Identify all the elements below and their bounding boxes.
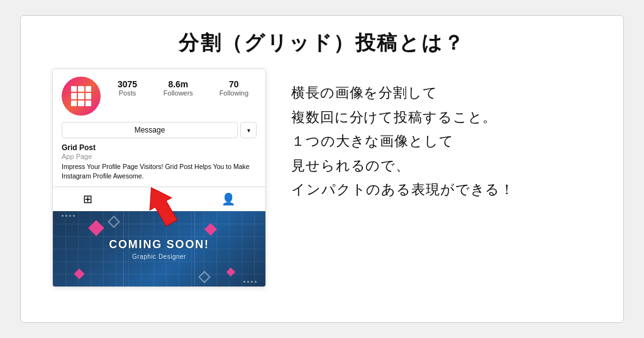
avatar-grid-icon: [71, 86, 91, 106]
main-card: 分割（グリッド）投稿とは？: [20, 15, 624, 323]
ig-stat-posts: 3075 Posts: [118, 79, 137, 97]
ig-category: App Page: [62, 153, 257, 160]
ig-action-buttons: Message ▾: [62, 122, 257, 138]
page-title: 分割（グリッド）投稿とは？: [21, 16, 623, 68]
ig-stats: 3075 Posts 8.6m Followers 70 Following: [109, 77, 257, 97]
ig-username: Grid Post: [62, 143, 257, 152]
tagged-tab-icon[interactable]: 👤: [221, 192, 235, 206]
video-tab-icon[interactable]: ▶: [152, 192, 161, 206]
description-area: 横長の画像を分割して 複数回に分けて投稿すること。 １つの大きな画像として 見せ…: [291, 68, 598, 202]
ig-profile-section: 3075 Posts 8.6m Followers 70 Following: [53, 69, 265, 180]
ig-stat-following: 70 Following: [219, 79, 248, 97]
instagram-mockup: 3075 Posts 8.6m Followers 70 Following: [52, 68, 266, 287]
followers-count: 8.6m: [168, 79, 188, 89]
ig-tabs: ⊞ ▶ 👤: [53, 187, 265, 211]
description-text: 横長の画像を分割して 複数回に分けて投稿すること。 １つの大きな画像として 見せ…: [291, 81, 514, 202]
posts-label: Posts: [119, 89, 136, 97]
coming-soon-banner: COMING SOON! Graphic Designer: [53, 211, 265, 286]
ig-card: 3075 Posts 8.6m Followers 70 Following: [52, 68, 266, 287]
coming-soon-text: COMING SOON!: [109, 238, 209, 251]
chevron-button[interactable]: ▾: [240, 122, 257, 138]
content-area: 3075 Posts 8.6m Followers 70 Following: [21, 68, 623, 322]
message-button[interactable]: Message: [62, 122, 238, 138]
ig-top-row: 3075 Posts 8.6m Followers 70 Following: [62, 77, 257, 116]
following-count: 70: [229, 79, 239, 89]
coming-soon-subtitle: Graphic Designer: [132, 253, 186, 260]
following-label: Following: [219, 89, 248, 97]
avatar: [62, 77, 101, 116]
grid-tab-icon[interactable]: ⊞: [83, 192, 92, 206]
posts-count: 3075: [118, 79, 137, 89]
ig-stat-followers: 8.6m Followers: [164, 79, 193, 97]
followers-label: Followers: [164, 89, 193, 97]
ig-bio: Impress Your Profile Page Visitors! Grid…: [62, 162, 257, 180]
